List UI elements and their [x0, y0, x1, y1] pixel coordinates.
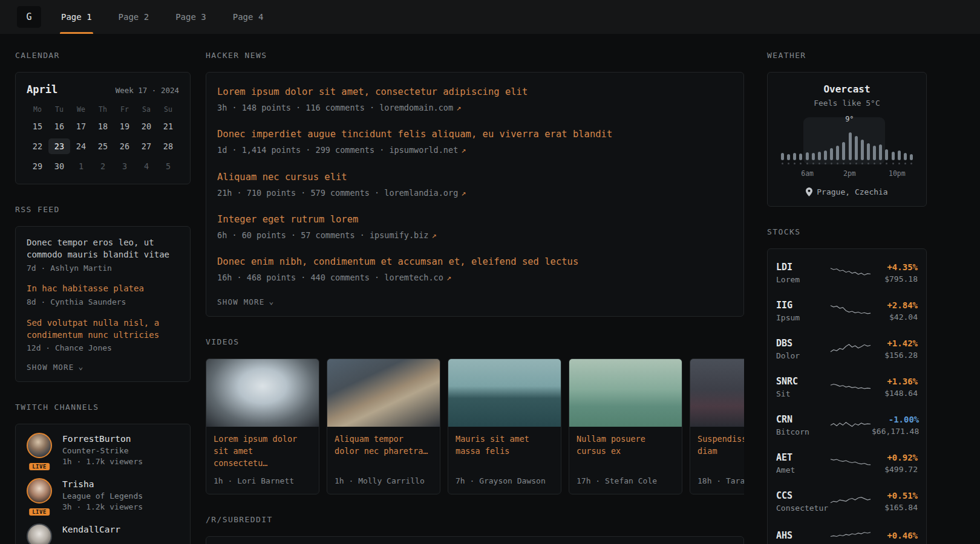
rss-show-more-button[interactable]: SHOW MORE ⌄: [27, 363, 84, 372]
video-card[interactable]: Suspendisse diam 18h · Tara: [690, 358, 744, 495]
video-title-link[interactable]: Lorem ipsum dolor sit amet consectetu…: [206, 427, 319, 471]
hn-story-meta-text: 21h · 710 points · 579 comments · loreml…: [217, 188, 458, 198]
calendar-day: 4: [136, 158, 157, 174]
chevron-down-icon: ⌄: [79, 362, 84, 371]
rss-item-meta: 8d · Cynthia Saunders: [27, 297, 179, 308]
stock-identity: CCS Consectetur: [776, 490, 829, 513]
stock-price: $165.84: [872, 503, 918, 512]
hour-dot: [904, 163, 906, 164]
video-meta: 1h · Molly Carrillo: [327, 471, 440, 494]
hour-dot: [886, 163, 887, 164]
hour-dot: [818, 163, 820, 164]
stock-price: $42.04: [872, 312, 918, 322]
calendar-day: 17: [70, 118, 92, 134]
section-title-weather: WEATHER: [767, 51, 927, 60]
page-tab[interactable]: Page 1: [52, 0, 101, 34]
calendar-day: 23: [48, 138, 70, 154]
video-thumbnail[interactable]: [690, 359, 744, 427]
hour-dot: [892, 163, 894, 164]
twitch-channel-row[interactable]: LIVE ForrestBurton Counter-Strike 1h · 1…: [27, 433, 179, 468]
calendar-day: 15: [27, 118, 48, 134]
subreddit-card: Maecenas mollis pulvinar erat non posuer…: [206, 536, 744, 544]
calendar-widget: CALENDAR April Week 17 · 2024 MoTuWeThFr…: [15, 51, 191, 184]
hour-dot: [880, 163, 881, 164]
video-meta: 1h · Lori Barnett: [206, 471, 319, 494]
app-logo[interactable]: G: [17, 6, 41, 28]
stock-row[interactable]: LDI Lorem +4.35% $795.18: [776, 254, 918, 292]
stock-row[interactable]: CCS Consectetur +0.51% $165.84: [776, 482, 918, 520]
hour-dot: [898, 163, 900, 164]
stock-change-percent: +4.35%: [872, 262, 918, 272]
stock-row[interactable]: SNRC Sit +1.36% $148.64: [776, 368, 918, 406]
rss-item-meta: 12d · Chance Jones: [27, 343, 179, 354]
video-card[interactable]: Aliquam tempor dolor nec pharetra… 1h · …: [327, 358, 440, 495]
hour-bar-column: [793, 153, 796, 164]
hn-story-link[interactable]: Integer eget rutrum lorem: [217, 212, 733, 227]
video-title-link[interactable]: Nullam posuere cursus ex: [569, 427, 682, 471]
stocks-widget: STOCKS LDI Lorem +4.35% $795.18: [767, 227, 927, 544]
video-title-link[interactable]: Aliquam tempor dolor nec pharetra…: [327, 427, 440, 471]
video-title-link[interactable]: Suspendisse diam: [690, 427, 744, 471]
temperature-bar: [836, 146, 839, 160]
hn-story: Lorem ipsum dolor sit amet, consectetur …: [217, 85, 733, 114]
temperature-bar: [812, 153, 815, 160]
page-tab[interactable]: Page 3: [166, 0, 215, 34]
hour-dot: [825, 163, 826, 164]
day-header: Tu: [48, 105, 70, 114]
rss-list: Donec tempor eros leo, ut commodo mauris…: [27, 236, 179, 354]
external-link-icon: ↗: [461, 188, 466, 198]
hn-show-more-button[interactable]: SHOW MORE ⌄: [217, 297, 275, 306]
stock-sparkline: [829, 341, 872, 358]
stock-row[interactable]: DBS Dolor +1.42% $156.28: [776, 330, 918, 368]
weather-card: Overcast Feels like 5°C 9°: [767, 72, 927, 207]
twitch-channel-row[interactable]: LIVE KendallCarr: [27, 523, 179, 544]
page-tab[interactable]: Page 4: [224, 0, 273, 34]
day-header: Su: [157, 105, 179, 114]
avatar: [27, 433, 52, 458]
time-label: 2pm: [843, 169, 856, 178]
video-thumbnail[interactable]: [569, 359, 682, 427]
videos-widget: VIDEOS Lorem ipsum dolor sit amet consec…: [206, 337, 744, 495]
temperature-bar: [793, 153, 796, 160]
page-tab[interactable]: Page 2: [109, 0, 158, 34]
stock-row[interactable]: AET Amet +0.92% $499.72: [776, 444, 918, 482]
temperature-bar: [910, 154, 913, 160]
video-thumbnail[interactable]: [448, 359, 561, 427]
channel-name[interactable]: ForrestBurton: [62, 433, 143, 445]
rss-item-link[interactable]: Donec tempor eros leo, ut commodo mauris…: [27, 236, 179, 261]
stock-identity: SNRC Sit: [776, 376, 829, 398]
hn-story-link[interactable]: Lorem ipsum dolor sit amet, consectetur …: [217, 85, 733, 100]
hn-story-link[interactable]: Donec enim nibh, condimentum et accumsan…: [217, 254, 733, 270]
hn-story-link[interactable]: Aliquam nec cursus elit: [217, 170, 733, 185]
stock-row[interactable]: IIG Ipsum +2.84% $42.04: [776, 292, 918, 330]
hour-bar-column: [842, 142, 845, 164]
hour-bar-column: [904, 153, 907, 164]
hour-dot: [855, 163, 857, 164]
hour-bar-column: [799, 154, 802, 164]
hn-story-link[interactable]: Donec imperdiet augue tincidunt felis al…: [217, 127, 733, 142]
video-card[interactable]: Mauris sit amet massa felis 7h · Grayson…: [448, 358, 561, 495]
temperature-bar: [799, 154, 802, 160]
stock-symbol: AET: [776, 452, 829, 463]
stock-row[interactable]: AHS +0.46%: [776, 520, 918, 544]
stock-row[interactable]: CRN Bitcorn -1.00% $66,171.48: [776, 406, 918, 444]
twitch-channel-row[interactable]: LIVE Trisha League of Legends 3h · 1.2k …: [27, 478, 179, 513]
temperature-bar: [830, 148, 833, 160]
rss-item-link[interactable]: Sed volutpat nulla nisl, a condimentum n…: [27, 317, 179, 342]
video-thumbnail[interactable]: [206, 359, 319, 427]
video-title-link[interactable]: Mauris sit amet massa felis: [448, 427, 561, 471]
hour-dot: [800, 163, 802, 164]
temperature-bar: [849, 132, 852, 160]
stock-price: $66,171.48: [872, 427, 919, 436]
hour-dot: [794, 163, 795, 164]
calendar-day: 25: [92, 138, 114, 154]
rss-item-link[interactable]: In hac habitasse platea: [27, 282, 179, 294]
stock-change-percent: +0.51%: [872, 491, 918, 500]
channel-name[interactable]: Trisha: [62, 478, 143, 490]
videos-row: Lorem ipsum dolor sit amet consectetu… 1…: [206, 358, 744, 495]
rss-card: Donec tempor eros leo, ut commodo mauris…: [15, 226, 191, 382]
video-thumbnail[interactable]: [327, 359, 440, 427]
video-card[interactable]: Lorem ipsum dolor sit amet consectetu… 1…: [206, 358, 319, 495]
video-card[interactable]: Nullam posuere cursus ex 17h · Stefan Co…: [569, 358, 682, 495]
channel-name[interactable]: KendallCarr: [62, 523, 120, 536]
